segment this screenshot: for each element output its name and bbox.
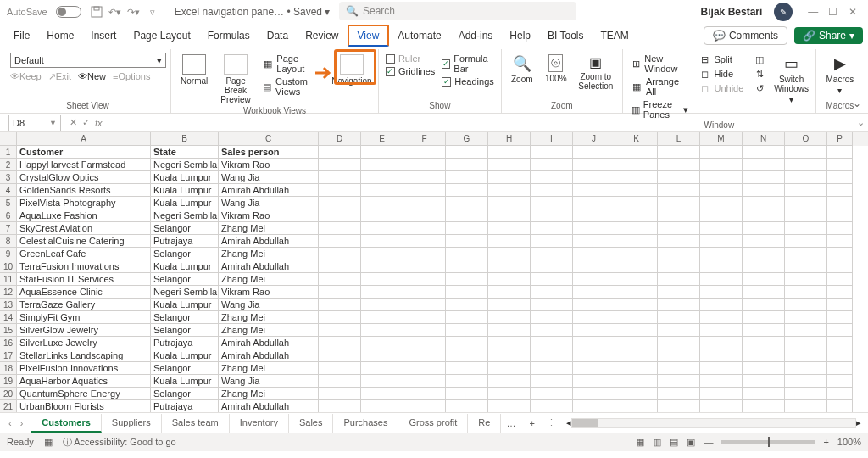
cell[interactable]	[827, 375, 853, 388]
cell[interactable]	[573, 337, 615, 349]
cell[interactable]	[403, 337, 446, 349]
cell[interactable]	[785, 337, 827, 349]
spreadsheet-grid[interactable]: ABCDEFGHIJKLMNOP 1CustomerStateSales per…	[0, 132, 868, 412]
cell[interactable]	[446, 184, 488, 197]
column-header[interactable]: E	[361, 132, 403, 146]
scroll-right-icon[interactable]: ▸	[856, 417, 861, 428]
cell[interactable]	[361, 400, 403, 412]
workbook-stats-icon[interactable]: ▦	[44, 437, 53, 448]
row-header[interactable]: 9	[0, 248, 17, 260]
cell[interactable]	[827, 209, 853, 222]
cell[interactable]	[700, 337, 743, 349]
search-input[interactable]: 🔍 Search	[339, 2, 576, 20]
cell[interactable]	[615, 146, 658, 159]
new-window-button[interactable]: ⊞New Window	[628, 53, 693, 75]
cell[interactable]	[531, 273, 573, 286]
cell[interactable]	[488, 235, 531, 248]
cell[interactable]	[700, 311, 743, 324]
cell[interactable]	[615, 400, 658, 412]
cell[interactable]	[827, 171, 853, 184]
cell[interactable]	[743, 349, 785, 362]
cell[interactable]	[743, 286, 785, 299]
cell[interactable]: Vikram Rao	[219, 209, 319, 222]
cell[interactable]	[488, 375, 531, 388]
cell[interactable]	[785, 197, 827, 209]
cell[interactable]	[615, 286, 658, 299]
cell[interactable]	[700, 299, 743, 311]
prev-sheet-icon[interactable]: ‹	[8, 418, 12, 428]
cell[interactable]	[827, 146, 853, 159]
cell[interactable]	[573, 248, 615, 260]
cell[interactable]	[446, 362, 488, 375]
cell[interactable]: Amirah Abdullah	[219, 235, 319, 248]
cell[interactable]	[446, 159, 488, 171]
cell[interactable]	[700, 400, 743, 412]
menu-page-layout[interactable]: Page Layout	[125, 26, 198, 45]
cell[interactable]: Negeri Sembilan	[151, 209, 219, 222]
cell[interactable]	[403, 260, 446, 273]
cell[interactable]	[700, 159, 743, 171]
cell[interactable]	[531, 159, 573, 171]
cell[interactable]	[658, 375, 700, 388]
cell[interactable]	[319, 171, 361, 184]
cell[interactable]: StellarLinks Landscaping	[17, 349, 151, 362]
cell[interactable]	[573, 362, 615, 375]
cell[interactable]	[573, 311, 615, 324]
menu-automate[interactable]: Automate	[389, 26, 449, 45]
cell[interactable]: CelestialCuisine Catering	[17, 235, 151, 248]
cell[interactable]: Kuala Lumpur	[151, 260, 219, 273]
cell[interactable]: Selangor	[151, 273, 219, 286]
display-settings-icon[interactable]: ▦	[636, 437, 644, 448]
cell[interactable]	[531, 375, 573, 388]
row-header[interactable]: 5	[0, 197, 17, 209]
cell[interactable]	[743, 197, 785, 209]
cell[interactable]: Putrajaya	[151, 235, 219, 248]
cell[interactable]	[531, 349, 573, 362]
cell[interactable]	[615, 171, 658, 184]
name-box[interactable]: D8▼	[8, 114, 61, 131]
cell[interactable]	[361, 184, 403, 197]
cell[interactable]: GreenLeaf Cafe	[17, 248, 151, 260]
redo-icon[interactable]: ↷▾	[127, 5, 141, 19]
cell[interactable]: Amirah Abdullah	[219, 337, 319, 349]
user-name[interactable]: Bijak Bestari	[701, 6, 763, 18]
cell[interactable]	[785, 209, 827, 222]
column-header[interactable]: B	[151, 132, 219, 146]
cell[interactable]	[700, 209, 743, 222]
zoom-100-button[interactable]: ⦾100%	[541, 53, 571, 85]
cell[interactable]	[488, 209, 531, 222]
cell[interactable]	[743, 222, 785, 235]
menu-data[interactable]: Data	[259, 26, 297, 45]
row-header[interactable]: 6	[0, 209, 17, 222]
cell[interactable]	[361, 248, 403, 260]
cell[interactable]	[615, 260, 658, 273]
cell[interactable]	[488, 248, 531, 260]
cell[interactable]: HappyHarvest Farmstead	[17, 159, 151, 171]
cell[interactable]	[615, 273, 658, 286]
row-header[interactable]: 3	[0, 171, 17, 184]
cell[interactable]	[403, 171, 446, 184]
cell[interactable]	[319, 337, 361, 349]
cell[interactable]	[827, 388, 853, 400]
cell[interactable]	[615, 184, 658, 197]
cell[interactable]	[785, 286, 827, 299]
sheet-tab-sales[interactable]: Sales	[289, 414, 334, 433]
cell[interactable]	[573, 388, 615, 400]
cell[interactable]	[615, 197, 658, 209]
cell[interactable]	[658, 209, 700, 222]
cell[interactable]	[319, 235, 361, 248]
cell[interactable]	[785, 273, 827, 286]
cell[interactable]	[446, 146, 488, 159]
cell[interactable]	[488, 260, 531, 273]
sheet-tab-customers[interactable]: Customers	[31, 414, 101, 433]
reset-pos-button[interactable]: ↺	[750, 81, 769, 95]
cell[interactable]	[531, 311, 573, 324]
cell[interactable]	[319, 362, 361, 375]
sheet-tab-re[interactable]: Re	[468, 414, 501, 433]
cell[interactable]: Kuala Lumpur	[151, 171, 219, 184]
cell[interactable]	[488, 324, 531, 337]
cell[interactable]	[700, 375, 743, 388]
cell[interactable]	[658, 349, 700, 362]
document-title[interactable]: Excel navigation pane… • Saved ▾	[175, 6, 331, 18]
cell[interactable]	[743, 159, 785, 171]
